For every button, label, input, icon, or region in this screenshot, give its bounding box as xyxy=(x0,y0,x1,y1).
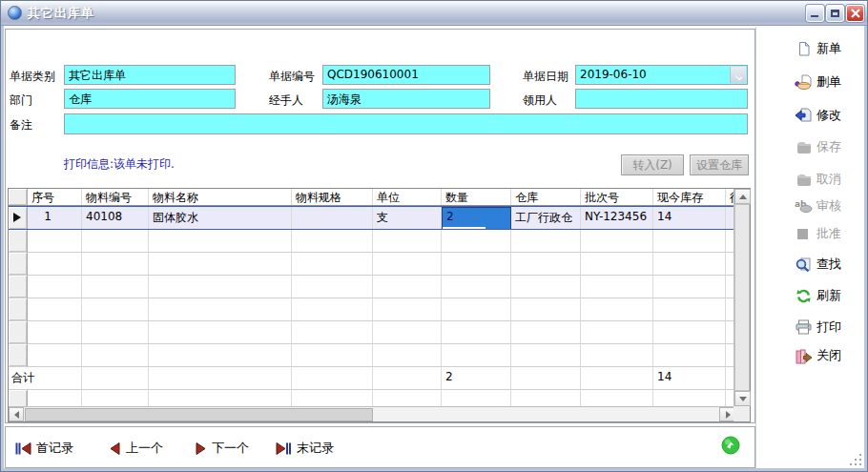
table-empty-row xyxy=(9,390,750,407)
table-empty-row xyxy=(9,253,750,276)
column-header-seq[interactable]: 序号 xyxy=(28,189,82,205)
next-record-button[interactable]: 下一个 xyxy=(195,440,249,457)
cell-stock[interactable]: 14 xyxy=(653,207,726,229)
scroll-down-button[interactable] xyxy=(734,391,751,406)
remark-field[interactable] xyxy=(64,113,748,134)
window-frame-left xyxy=(1,26,4,472)
column-header-batch[interactable]: 批次号 xyxy=(581,189,653,205)
column-header-material-id[interactable]: 物料编号 xyxy=(82,189,149,205)
total-qty: 2 xyxy=(442,367,511,390)
print-icon xyxy=(795,319,813,336)
sidebar-button-delete[interactable]: 删单 xyxy=(795,72,841,92)
total-empty xyxy=(149,367,292,390)
record-nav-bar: 首记录 上一个 下一个 末记录 xyxy=(5,426,755,468)
cell-qty-selected[interactable]: 2 xyxy=(442,207,511,229)
previous-record-button[interactable]: 上一个 xyxy=(109,440,163,457)
vertical-scrollbar[interactable] xyxy=(734,189,750,406)
column-header-spec[interactable]: 物料规格 xyxy=(292,189,373,205)
vertical-scroll-thumb[interactable] xyxy=(734,204,750,391)
transfer-button[interactable]: 转入(Z) xyxy=(621,154,684,175)
scroll-right-button[interactable] xyxy=(719,407,734,421)
column-header-warehouse[interactable]: 仓库 xyxy=(511,189,581,205)
sidebar-button-find[interactable]: 查找 xyxy=(795,255,841,274)
doc-type-label: 单据类别 xyxy=(10,69,55,85)
table-row[interactable]: 1 40108 固体胶水 支 2 工厂行政仓 NY-123456 14 xyxy=(9,206,750,230)
sidebar-button-audit[interactable]: ab 审核 xyxy=(795,196,841,215)
status-green-icon[interactable] xyxy=(721,436,740,455)
doc-date-value: 2019-06-10 xyxy=(580,68,647,81)
sidebar-button-approve[interactable]: 批准 xyxy=(795,224,841,243)
column-header-material-name[interactable]: 物料名称 xyxy=(149,189,292,205)
column-header-qty[interactable]: 数量 xyxy=(442,189,511,205)
window-title: 其它出库单 xyxy=(28,5,94,22)
app-globe-icon xyxy=(8,6,22,20)
close-doc-icon xyxy=(795,348,813,364)
refresh-icon xyxy=(795,288,813,304)
maximize-icon xyxy=(831,10,839,17)
total-empty xyxy=(82,367,149,390)
arrow-down-icon xyxy=(739,397,747,401)
total-label: 合计 xyxy=(9,367,82,390)
horizontal-scrollbar[interactable] xyxy=(9,406,734,421)
department-field[interactable]: 仓库 xyxy=(64,89,236,109)
scroll-up-button[interactable] xyxy=(734,189,751,204)
doc-number-field[interactable]: QCD190610001 xyxy=(322,65,490,85)
doc-date-field[interactable]: 2019-06-10 xyxy=(575,65,748,85)
close-button[interactable] xyxy=(846,5,864,22)
minimize-button[interactable] xyxy=(806,5,824,22)
cell-material-id[interactable]: 40108 xyxy=(82,207,149,229)
cell-spec[interactable] xyxy=(292,207,373,229)
cell-warehouse[interactable]: 工厂行政仓 xyxy=(511,207,581,229)
sidebar-button-modify[interactable]: 修改 xyxy=(795,106,841,125)
handler-field[interactable]: 汤海泉 xyxy=(322,89,490,109)
doc-type-field[interactable]: 其它出库单 xyxy=(64,65,236,85)
scroll-left-button[interactable] xyxy=(9,407,24,421)
last-record-button[interactable]: 末记录 xyxy=(276,440,334,457)
maximize-button[interactable] xyxy=(826,5,844,22)
resize-grip[interactable] xyxy=(850,454,861,465)
cell-unit[interactable]: 支 xyxy=(373,207,442,229)
delete-doc-icon xyxy=(795,74,813,91)
recipient-field[interactable] xyxy=(575,89,748,109)
next-record-icon xyxy=(195,442,207,455)
print-info-text: 打印信息:该单未打印. xyxy=(64,156,175,173)
total-empty xyxy=(511,367,581,390)
total-empty xyxy=(581,367,653,390)
table-empty-row xyxy=(9,344,750,367)
window-frame-bottom xyxy=(1,468,868,471)
first-record-button[interactable]: 首记录 xyxy=(15,440,73,457)
set-warehouse-button[interactable]: 设置仓库 xyxy=(690,154,749,175)
table-empty-row xyxy=(9,230,750,253)
sidebar-button-save[interactable]: 保存 xyxy=(795,137,841,156)
sidebar-button-new[interactable]: 新单 xyxy=(795,39,841,58)
current-row-indicator xyxy=(9,207,28,229)
items-table: 序号 物料编号 物料名称 物料规格 单位 数量 仓库 批次号 现今库存 行 1 … xyxy=(8,188,751,422)
column-header-stock[interactable]: 现今库存 xyxy=(653,189,726,205)
cell-material-name[interactable]: 固体胶水 xyxy=(149,207,292,229)
sidebar-button-cancel[interactable]: 取消 xyxy=(795,170,841,189)
arrow-right-icon xyxy=(726,411,731,419)
previous-record-icon xyxy=(109,442,121,455)
sidebar-button-close[interactable]: 关闭 xyxy=(795,346,841,365)
handler-label: 经手人 xyxy=(269,92,303,109)
department-label: 部门 xyxy=(10,92,32,109)
cell-batch[interactable]: NY-123456 xyxy=(581,207,653,229)
sidebar-button-print[interactable]: 打印 xyxy=(795,318,841,337)
sidebar-divider xyxy=(755,27,756,471)
save-icon xyxy=(795,139,813,155)
column-header-unit[interactable]: 单位 xyxy=(373,189,442,205)
table-total-row: 合计 2 14 xyxy=(9,367,750,390)
sidebar-button-refresh[interactable]: 刷新 xyxy=(795,286,841,305)
table-empty-row xyxy=(9,321,750,344)
scrollbar-corner xyxy=(734,406,750,421)
row-arrow-icon xyxy=(13,213,21,222)
title-bar[interactable]: 其它出库单 xyxy=(1,1,868,26)
table-header-row: 序号 物料编号 物料名称 物料规格 单位 数量 仓库 批次号 现今库存 行 xyxy=(9,189,750,206)
cell-seq[interactable]: 1 xyxy=(28,207,82,229)
total-empty xyxy=(373,367,442,390)
approve-icon xyxy=(795,226,813,242)
table-empty-row xyxy=(9,276,750,298)
audit-icon: ab xyxy=(795,198,813,215)
chevron-down-icon[interactable] xyxy=(730,67,746,83)
horizontal-scroll-thumb[interactable] xyxy=(25,408,373,421)
